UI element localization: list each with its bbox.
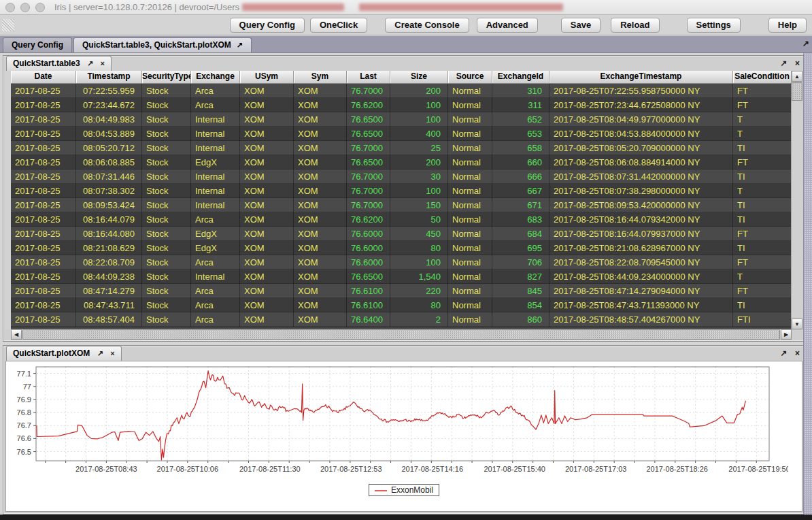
column-header-last[interactable]: Last — [347, 71, 390, 83]
table-row[interactable]: 2017-08-2508:44:09.238StockInternalXOMXO… — [11, 270, 792, 284]
scroll-left-icon[interactable]: ◀ — [11, 329, 22, 340]
toolbar-button-advanced[interactable]: Advanced — [477, 18, 538, 33]
cell-exchange: Arca — [191, 98, 240, 112]
plot-border — [36, 367, 769, 461]
cell-salecondition: TI — [733, 298, 792, 312]
cell-timestamp: 08:06:08.885 — [76, 155, 142, 169]
minimize-window-icon[interactable] — [20, 3, 30, 12]
close-panel-icon[interactable]: × — [795, 59, 800, 68]
table-row[interactable]: 2017-08-2508:16:44.080StockEdgXXOMXOM76.… — [11, 227, 792, 241]
scroll-right-icon[interactable]: ▶ — [781, 329, 792, 340]
horizontal-scroll-thumb[interactable] — [22, 329, 780, 340]
column-header-exchangetimestamp[interactable]: ExchangeTimestamp — [549, 71, 733, 83]
scroll-up-icon[interactable]: ▲ — [792, 71, 802, 82]
close-window-icon[interactable] — [5, 3, 15, 12]
table-row[interactable]: 2017-08-2508:05:20.712StockInternalXOMXO… — [11, 141, 792, 155]
table-row[interactable]: 2017-08-2508:09:53.424StockInternalXOMXO… — [11, 198, 792, 212]
cell-last: 76.7000 — [347, 169, 390, 184]
cell-timestamp: 08:47:43.711 — [76, 298, 142, 312]
cell-sym: XOM — [294, 155, 347, 169]
vertical-scroll-thumb[interactable] — [792, 82, 802, 101]
table-row[interactable]: 2017-08-2507:22:55.959StockArcaXOMXOM76.… — [11, 84, 792, 98]
cell-date: 2017-08-25 — [11, 227, 76, 241]
table-row[interactable]: 2017-08-2507:23:44.672StockArcaXOMXOM76.… — [11, 98, 792, 112]
cell-last: 76.6100 — [347, 284, 390, 298]
toolbar-button-reload[interactable]: Reload — [611, 18, 659, 33]
toolbar-button-create-console[interactable]: Create Console — [385, 18, 469, 33]
column-header-source[interactable]: Source — [448, 71, 492, 83]
y-axis-label: 76.6 — [17, 434, 31, 442]
detach-tab-icon[interactable]: ↗ — [802, 39, 809, 48]
cell-last: 76.6500 — [347, 270, 390, 284]
toolbar-button-oneclick[interactable]: OneClick — [310, 18, 367, 33]
plot-panel-tab[interactable]: QuickStart.plotXOM ↗ × — [6, 346, 122, 361]
table-row[interactable]: 2017-08-2508:04:49.983StockInternalXOMXO… — [11, 112, 792, 127]
table-row[interactable]: 2017-08-2508:48:57.404StockArcaXOMXOM76.… — [11, 312, 792, 327]
detach-tab-icon[interactable]: ↗ — [237, 41, 243, 49]
table-row[interactable]: 2017-08-2508:07:31.446StockInternalXOMXO… — [11, 169, 792, 184]
table-row[interactable]: 2017-08-2508:21:08.629StockEdgXXOMXOM76.… — [11, 241, 792, 255]
float-panel-icon[interactable]: ↗ — [97, 349, 103, 357]
toolbar-button-settings[interactable]: Settings — [687, 18, 741, 33]
column-header-usym[interactable]: USym — [240, 71, 294, 83]
cell-date: 2017-08-25 — [11, 98, 76, 112]
column-header-date[interactable]: Date — [11, 71, 76, 83]
cell-securitytype: Stock — [142, 127, 191, 141]
tab-quickstart-table3-quickstart-plotxom[interactable]: QuickStart.table3, QuickStart.plotXOM↗ — [73, 37, 252, 52]
column-header-size[interactable]: Size — [390, 71, 448, 83]
cell-last: 76.6000 — [347, 255, 390, 270]
table-row[interactable]: 2017-08-2508:47:43.711StockArcaXOMXOM76.… — [11, 298, 792, 312]
cell-size: 100 — [390, 98, 448, 112]
cell-size: 50 — [390, 212, 448, 227]
toolbar-button-help[interactable]: Help — [768, 18, 807, 33]
close-panel-icon[interactable]: × — [795, 348, 800, 358]
cell-exchangeid: 311 — [492, 98, 549, 112]
float-panel-icon[interactable]: ↗ — [781, 59, 788, 68]
toolbar-button-save[interactable]: Save — [561, 18, 600, 33]
table-horizontal-scrollbar[interactable]: ◀ ▶ — [11, 329, 792, 340]
table-row[interactable]: 2017-08-2508:04:53.889StockInternalXOMXO… — [11, 127, 792, 141]
cell-exchangetimestamp: 2017-08-25T08:21:08.628967000 NY — [549, 241, 733, 255]
y-axis-label: 77 — [23, 383, 31, 391]
scroll-down-icon[interactable]: ▼ — [792, 319, 802, 329]
table-row[interactable]: 2017-08-2508:07:38.302StockInternalXOMXO… — [11, 184, 792, 198]
table-row[interactable]: 2017-08-2508:22:08.709StockArcaXOMXOM76.… — [11, 255, 792, 270]
cell-sym: XOM — [294, 284, 347, 298]
table-row[interactable]: 2017-08-2508:47:14.279StockArcaXOMXOM76.… — [11, 284, 792, 298]
toolbar-button-query-config[interactable]: Query Config — [230, 18, 305, 33]
cell-exchangetimestamp: 2017-08-25T08:06:08.884914000 NY — [549, 155, 733, 169]
cell-securitytype: Stock — [142, 298, 191, 312]
cell-exchangetimestamp: 2017-08-25T08:48:57.404267000 NY — [549, 312, 733, 327]
tab-query-config[interactable]: Query Config — [3, 37, 72, 52]
price-chart[interactable]: 77.17776.976.876.776.676.52017-08-25T08:… — [6, 361, 788, 477]
column-header-timestamp[interactable]: Timestamp — [76, 71, 142, 83]
cell-source: Normal — [448, 255, 492, 270]
float-panel-icon[interactable]: ↗ — [87, 59, 93, 67]
cell-exchangeid: 684 — [492, 227, 549, 241]
table-panel-tab[interactable]: QuickStart.table3 ↗ × — [6, 56, 112, 71]
cell-exchangetimestamp: 2017-08-25T08:07:31.442000000 NY — [549, 169, 733, 184]
zoom-window-icon[interactable] — [35, 3, 45, 12]
close-panel-icon[interactable]: × — [101, 59, 105, 67]
cell-source: Normal — [448, 84, 492, 98]
column-header-exchange[interactable]: Exchange — [191, 71, 240, 83]
table-panel-header: QuickStart.table3 ↗ × ↗ × — [3, 56, 805, 71]
cell-timestamp: 08:07:31.446 — [76, 169, 142, 184]
cell-source: Normal — [448, 127, 492, 141]
cell-usym: XOM — [240, 112, 294, 127]
cell-usym: XOM — [240, 169, 294, 184]
cell-exchangeid: 683 — [492, 212, 549, 227]
close-panel-icon[interactable]: × — [110, 349, 114, 357]
cell-salecondition: FT — [733, 155, 792, 169]
table-vertical-scrollbar[interactable]: ▲ ▼ — [791, 71, 803, 329]
toolbar-grip[interactable] — [2, 19, 14, 31]
table-row[interactable]: 2017-08-2508:16:44.079StockArcaXOMXOM76.… — [11, 212, 792, 227]
column-header-salecondition[interactable]: SaleCondition — [733, 71, 792, 83]
right-dock-strip[interactable] — [803, 53, 812, 515]
cell-securitytype: Stock — [142, 241, 191, 255]
column-header-securitytype[interactable]: SecurityType — [142, 71, 191, 83]
column-header-exchangeid[interactable]: ExchangeId — [492, 71, 549, 83]
column-header-sym[interactable]: Sym — [294, 71, 347, 83]
table-row[interactable]: 2017-08-2508:06:08.885StockEdgXXOMXOM76.… — [11, 155, 792, 169]
float-panel-icon[interactable]: ↗ — [781, 348, 788, 358]
